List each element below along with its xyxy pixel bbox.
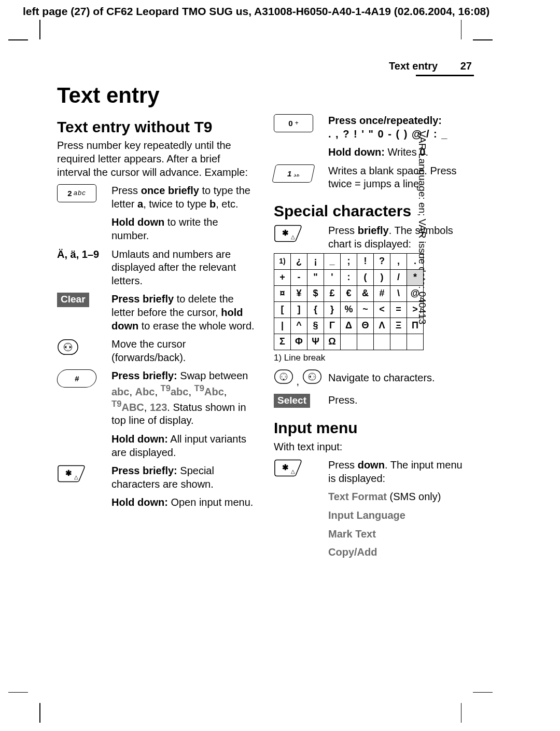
special-intro: Press briefly. The symbols chart is disp… (328, 224, 472, 251)
symbol-cell: " (307, 269, 324, 285)
key-star-icon: ✱ △ (57, 464, 86, 483)
key-star-icon: ✱ △ (274, 459, 303, 477)
symbol-cell: ¡ (307, 253, 324, 269)
one-text: Writes a blank space. Press twice = jump… (328, 164, 472, 191)
select-text: Press. (328, 394, 472, 408)
svg-text:✱: ✱ (282, 228, 289, 237)
nav-key-icon (57, 338, 79, 356)
right-column: 0 + Press once/repeatedly: . , ? ! ' " 0… (274, 111, 472, 559)
svg-text:✱: ✱ (65, 468, 72, 477)
symbol-cell: Γ (324, 318, 341, 334)
page-title: Text entry (57, 83, 472, 108)
crop-mark (39, 20, 40, 39)
nav-left-right-text: Move the cursor (forwards/back). (111, 338, 255, 364)
symbol-cell: = (390, 301, 407, 318)
symbol-cell: | (274, 318, 291, 334)
symbol-cell: £ (324, 285, 341, 301)
svg-text:△: △ (291, 234, 295, 240)
crop-mark (39, 703, 40, 723)
svg-rect-16 (303, 370, 321, 383)
symbol-cell: : (341, 269, 357, 285)
symbol-cell: Φ (291, 334, 307, 350)
symbol-cell: ; (341, 253, 357, 269)
symbol-cell: Ψ (307, 334, 324, 350)
symbol-cell: { (307, 301, 324, 318)
key-hash: # (56, 369, 98, 388)
symbol-cell: + (274, 269, 291, 285)
heading-input-menu: Input menu (274, 418, 472, 438)
page-header: left page (27) of CF62 Leopard TMO SUG u… (23, 5, 489, 18)
running-section: Text entry (389, 60, 457, 72)
nav-key-icon (274, 368, 293, 385)
symbol-cell (390, 334, 407, 350)
symbol-cell: % (341, 301, 357, 318)
intro-text: Press number key repeatedly until the re… (57, 139, 255, 179)
symbol-cell: € (341, 285, 357, 301)
umlaut-label: Ä, ä, 1–9 (57, 248, 111, 288)
symbol-cell: @ (407, 285, 424, 301)
symbol-cell: Λ (374, 318, 390, 334)
symbol-cell: [ (274, 301, 291, 318)
svg-marker-12 (281, 376, 282, 378)
symbol-cell: ¥ (291, 285, 307, 301)
svg-marker-3 (69, 346, 72, 349)
crop-mark (8, 692, 28, 693)
symbol-cell: _ (324, 253, 341, 269)
svg-text:✱: ✱ (282, 463, 289, 472)
symbol-cell: Π (407, 318, 424, 334)
side-note-left: © Siemens AG 2003, M:\Mobil\R65\CF62_TMO… (267, 726, 278, 731)
symbol-cell (374, 334, 390, 350)
symbol-cell: < (374, 301, 390, 318)
symbol-cell: ^ (291, 318, 307, 334)
input-menu-text: Press down. The input menu is displayed:… (328, 459, 472, 559)
zero-text: Press once/repeatedly: . , ? ! ' " 0 - (… (328, 114, 472, 159)
svg-marker-13 (285, 376, 287, 378)
symbol-cell: ¿ (291, 253, 307, 269)
symbol-cell (357, 334, 374, 350)
symbol-cell: } (324, 301, 341, 318)
navigate-text: Navigate to characters. (328, 368, 472, 389)
crop-mark (461, 20, 462, 39)
symbol-cell: ) (374, 269, 390, 285)
symbol-cell: > (407, 301, 424, 318)
symbol-cell (407, 334, 424, 350)
symbol-cell: Ω (324, 334, 341, 350)
key-0: 0 + (274, 114, 313, 132)
symbol-cell: ~ (357, 301, 374, 318)
svg-text:△: △ (291, 468, 295, 474)
symbol-cell: ¤ (274, 285, 291, 301)
softkey-select: Select (274, 394, 310, 408)
key-2-text: Press once briefly to type the letter a,… (111, 184, 255, 242)
table-footnote: 1) Line break (274, 352, 472, 364)
symbol-cell: ? (374, 253, 390, 269)
svg-rect-10 (275, 370, 293, 383)
svg-marker-19 (313, 376, 315, 378)
symbol-cell: Δ (341, 318, 357, 334)
crop-mark (461, 703, 462, 723)
symbol-cell: # (374, 285, 390, 301)
svg-marker-18 (309, 376, 311, 378)
heading-special: Special characters (274, 201, 472, 221)
umlaut-text: Umlauts and numbers are displayed after … (111, 248, 255, 288)
hash-text: Press briefly: Swap between abc, Abc, T9… (111, 369, 255, 459)
running-head: Text entry 27 (389, 60, 472, 72)
symbol-cell: ( (357, 269, 374, 285)
symbol-cell (341, 334, 357, 350)
special-characters-table: 1)¿¡_;!?,.+-"':()/*¤¥$£€&#\@[]{}%~<=>|^§… (274, 253, 424, 350)
symbol-cell: ' (324, 269, 341, 285)
svg-text:△: △ (74, 474, 78, 480)
symbol-cell: , (390, 253, 407, 269)
input-menu-intro: With text input: (274, 440, 472, 454)
symbol-cell: Θ (357, 318, 374, 334)
key-1: 1ﻩﺪ (272, 164, 315, 183)
clear-text: Press briefly to delete the letter befor… (111, 293, 255, 333)
key-2-abc: 2 abc (57, 184, 96, 202)
symbol-cell: / (390, 269, 407, 285)
crop-mark (473, 39, 493, 40)
crop-mark (473, 692, 493, 693)
svg-marker-2 (64, 346, 66, 349)
symbol-cell: § (307, 318, 324, 334)
left-column: Text entry without T9 Press number key r… (57, 111, 255, 559)
symbol-cell: * (407, 269, 424, 285)
symbol-cell: Σ (274, 334, 291, 350)
